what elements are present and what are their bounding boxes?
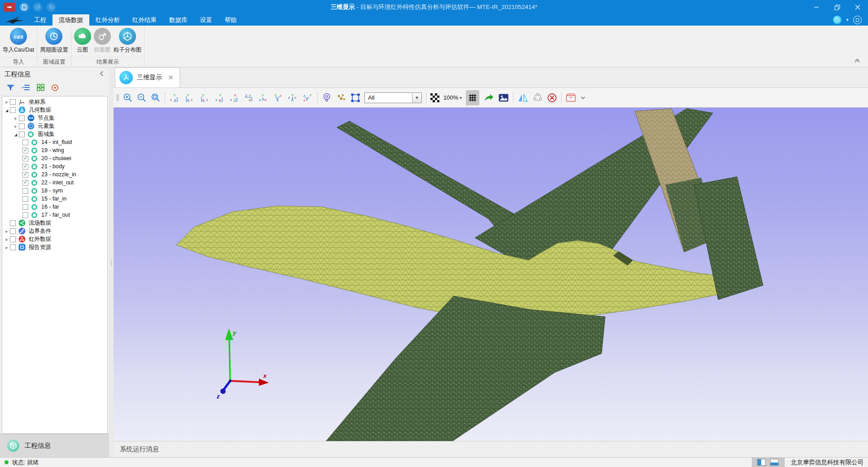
expand-arrow[interactable]: [13, 123, 19, 129]
contour-plot-button[interactable]: 云图: [73, 28, 92, 54]
expand-arrow[interactable]: [13, 115, 19, 121]
tree-item-boundary-conditions[interactable]: 边界条件: [2, 227, 107, 235]
chevron-down-icon[interactable]: [580, 96, 586, 100]
tree-item-flow-data[interactable]: 流场数据: [2, 219, 107, 227]
menu-tab-help[interactable]: 帮助: [219, 14, 243, 26]
light-icon[interactable]: [322, 92, 332, 103]
tree-item-face-20[interactable]: 20 - chuiwei: [2, 154, 107, 162]
view-iso-ne-icon[interactable]: Yzx: [258, 93, 269, 103]
mesh-toggle-button[interactable]: [466, 90, 479, 105]
filter-button[interactable]: [6, 84, 15, 93]
checkbox[interactable]: [19, 131, 25, 137]
combobox-dropdown-button[interactable]: ▼: [412, 93, 421, 103]
view-back-icon[interactable]: Yzx: [184, 93, 195, 103]
mirror-icon[interactable]: [517, 93, 528, 103]
checkbox[interactable]: [10, 107, 16, 113]
checkbox[interactable]: [10, 220, 16, 226]
checkbox[interactable]: [22, 188, 28, 194]
checkbox[interactable]: [22, 212, 28, 218]
close-button[interactable]: [847, 0, 868, 14]
export-arrow-icon[interactable]: [483, 93, 494, 103]
minimize-button[interactable]: [806, 0, 827, 14]
window-layout-button[interactable]: [833, 16, 842, 24]
tree-item-face-16[interactable]: 16 - far: [2, 203, 107, 211]
tree-item-infrared-data[interactable]: 红外数据: [2, 235, 107, 243]
view-top-icon[interactable]: XzY: [228, 93, 239, 103]
tree-item-face-23[interactable]: 23 - nozzle_in: [2, 170, 107, 179]
manual-button[interactable]: [853, 16, 862, 24]
viewport-canvas[interactable]: y x z: [114, 108, 868, 441]
opacity-level-dropdown[interactable]: 100%: [443, 94, 462, 101]
locate-button[interactable]: [51, 84, 59, 93]
expand-arrow[interactable]: [13, 131, 19, 137]
expand-arrow[interactable]: [4, 236, 10, 242]
outline-list-button[interactable]: [22, 84, 30, 93]
tree-item-face-14[interactable]: 14 - int_fluid: [2, 138, 107, 146]
checkbox[interactable]: [22, 164, 28, 170]
snapshot-icon[interactable]: [498, 93, 509, 102]
tree-item-face-17[interactable]: 17 - far_out: [2, 211, 107, 219]
archive-box-icon[interactable]: [566, 93, 576, 102]
checkbox[interactable]: [19, 123, 25, 129]
tree-item-coordinate-system[interactable]: 坐标系: [2, 98, 107, 106]
tree-item-face-15[interactable]: 15 - far_in: [2, 195, 107, 203]
tree-item-face-21[interactable]: 21 - body: [2, 162, 107, 170]
clear-icon[interactable]: [547, 93, 557, 103]
expand-arrow[interactable]: [4, 228, 10, 234]
new-document-button[interactable]: [20, 3, 29, 12]
checkbox[interactable]: [10, 244, 16, 250]
view-bottom-icon[interactable]: ZYX: [243, 93, 254, 103]
menu-tab-ir-analysis[interactable]: 红外分析: [89, 14, 126, 26]
restore-button[interactable]: [827, 0, 847, 14]
checkbox[interactable]: [19, 115, 25, 121]
periodic-face-button[interactable]: 周期面设置: [39, 28, 70, 54]
checkbox[interactable]: [22, 148, 28, 153]
zoom-in-icon[interactable]: [123, 93, 133, 103]
ribbon-collapse-button[interactable]: [854, 57, 861, 65]
slice-plot-button[interactable]: 切面图: [92, 28, 112, 54]
expand-arrow[interactable]: [4, 99, 10, 105]
tree-item-report-resources[interactable]: 报告资源: [2, 243, 107, 251]
particle-distribution-button[interactable]: 粒子分布图: [112, 28, 143, 54]
grid-view-button[interactable]: [37, 84, 44, 93]
tree-item-geometry-data[interactable]: 几何数据: [2, 106, 107, 114]
view-iso-nw-icon[interactable]: Yxz: [273, 93, 284, 103]
tree-item-face-set[interactable]: 面域集: [2, 130, 107, 138]
tree-item-face-19[interactable]: 19 - wing: [2, 146, 107, 154]
panel-splitter[interactable]: [109, 67, 114, 457]
opacity-checker-icon[interactable]: [430, 93, 439, 102]
panel-footer-tab[interactable]: 工程信息: [0, 434, 109, 457]
left-panel-toggle-icon[interactable]: [757, 459, 766, 466]
tree-item-node-set[interactable]: 节点集: [2, 114, 107, 122]
particles-icon[interactable]: [336, 93, 346, 103]
checkbox[interactable]: [22, 156, 28, 161]
import-cas-dat-button[interactable]: cas 导入Cas/Dat: [1, 28, 35, 54]
redo-button[interactable]: ↻: [47, 3, 56, 12]
checkbox[interactable]: [22, 204, 28, 210]
tree-item-face-22[interactable]: 22 - inlet_out: [2, 179, 107, 187]
menu-tab-flow-data[interactable]: 流场数据: [53, 14, 89, 26]
checkbox[interactable]: [10, 99, 16, 105]
checkbox[interactable]: [10, 228, 16, 234]
view-iso-sw-icon[interactable]: zYx: [302, 93, 313, 103]
select-box-icon[interactable]: [351, 93, 360, 103]
checkbox[interactable]: [10, 236, 16, 242]
undo-button[interactable]: ↺: [33, 3, 42, 12]
tree-item-element-set[interactable]: 元素集: [2, 122, 107, 130]
menu-tab-ir-results[interactable]: 红外结果: [126, 14, 163, 26]
checkbox[interactable]: [22, 196, 28, 202]
panel-collapse-button[interactable]: [99, 70, 105, 78]
expand-arrow[interactable]: [4, 244, 10, 250]
checkbox[interactable]: [22, 140, 28, 145]
view-front-icon[interactable]: Yxz: [169, 93, 180, 103]
tab-close-icon[interactable]: ✕: [168, 74, 174, 82]
menu-tab-engineering[interactable]: 工程: [28, 14, 53, 26]
menu-tab-settings[interactable]: 设置: [194, 14, 219, 26]
view-right-icon[interactable]: Yzx: [214, 93, 224, 103]
checkbox[interactable]: [22, 180, 28, 186]
view-left-icon[interactable]: Yxz: [199, 93, 210, 103]
app-logo-button[interactable]: [4, 3, 15, 12]
checkbox[interactable]: [22, 172, 28, 178]
expand-arrow[interactable]: [4, 107, 10, 113]
toolbar-drag-handle[interactable]: [117, 94, 119, 101]
